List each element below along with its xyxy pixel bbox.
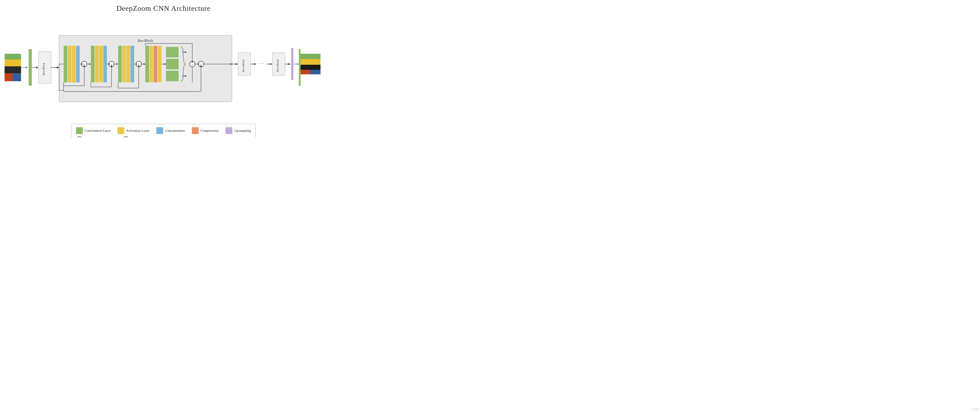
svg-rect-67 <box>166 47 178 57</box>
svg-marker-6 <box>25 67 28 69</box>
svg-rect-16 <box>64 46 67 82</box>
svg-marker-13 <box>57 67 59 69</box>
legend-row-1: Convolution Layer Activation Layer Conca… <box>76 127 251 134</box>
svg-rect-64 <box>158 46 161 82</box>
svg-rect-3 <box>5 73 13 81</box>
svg-rect-2 <box>5 67 21 73</box>
svg-rect-114 <box>300 70 310 74</box>
concatenation-color <box>156 127 163 134</box>
svg-rect-19 <box>76 46 80 82</box>
svg-rect-116 <box>299 49 301 86</box>
svg-marker-103 <box>270 63 272 65</box>
svg-rect-33 <box>99 46 103 82</box>
legend-convolution: Convolution Layer <box>76 127 111 134</box>
legend-compression: Compression <box>192 127 219 134</box>
svg-rect-48 <box>126 46 130 82</box>
concatenation-label: Concatenation <box>165 129 185 133</box>
svg-text:Res-Block: Res-Block <box>242 59 245 72</box>
svg-text:Res-Block: Res-Block <box>276 59 279 72</box>
upsampling-label: Upsampling <box>234 129 251 133</box>
compression-color <box>192 127 199 134</box>
svg-rect-47 <box>122 46 126 82</box>
svg-rect-31 <box>91 46 95 82</box>
legend-upsampling: Upsampling <box>226 127 251 134</box>
svg-rect-108 <box>291 48 293 80</box>
svg-marker-107 <box>288 63 291 65</box>
svg-rect-17 <box>68 46 72 82</box>
svg-rect-4 <box>13 73 21 81</box>
svg-rect-115 <box>310 70 320 74</box>
activation-label: Activation Layer <box>126 129 150 133</box>
svg-text:· · ·: · · · <box>258 61 264 66</box>
svg-rect-32 <box>95 46 99 82</box>
svg-text:×: × <box>192 63 193 66</box>
svg-rect-7 <box>29 49 32 86</box>
convolution-color <box>76 127 83 134</box>
svg-text:Res-Block: Res-Block <box>138 39 153 43</box>
page-title: DeepZoom CNN Architecture <box>116 0 211 15</box>
svg-marker-96 <box>236 63 238 65</box>
legend-concatenation: Concatenation <box>156 127 185 134</box>
legend-row-2: ⊕ Element-wise addition ⊗ Element-wise m… <box>76 136 251 137</box>
svg-marker-9 <box>36 67 38 69</box>
architecture-diagram: Res-Block Res-Block + <box>0 15 327 121</box>
legend-box: Convolution Layer Activation Layer Conca… <box>71 124 256 137</box>
legend-addition: ⊕ Element-wise addition <box>76 136 116 137</box>
svg-rect-68 <box>166 59 178 69</box>
svg-rect-69 <box>166 71 178 81</box>
svg-marker-100 <box>254 63 256 65</box>
svg-rect-61 <box>145 46 149 82</box>
svg-rect-1 <box>5 59 21 67</box>
svg-rect-34 <box>103 46 107 82</box>
convolution-label: Convolution Layer <box>85 129 111 133</box>
svg-rect-46 <box>118 46 122 82</box>
legend-multiplication: ⊗ Element-wise multiplication <box>123 136 170 137</box>
svg-rect-18 <box>72 46 76 82</box>
svg-text:Res-Block: Res-Block <box>42 63 45 75</box>
svg-rect-62 <box>150 46 153 82</box>
svg-rect-63 <box>154 46 157 82</box>
svg-rect-113 <box>300 65 320 70</box>
multiplication-symbol: ⊗ <box>123 136 129 137</box>
svg-rect-49 <box>130 46 134 82</box>
svg-rect-112 <box>300 59 320 65</box>
compression-label: Compression <box>200 129 219 133</box>
activation-color <box>118 127 124 134</box>
legend-activation: Activation Layer <box>118 127 150 134</box>
upsampling-color <box>226 127 232 134</box>
addition-symbol: ⊕ <box>76 136 83 137</box>
